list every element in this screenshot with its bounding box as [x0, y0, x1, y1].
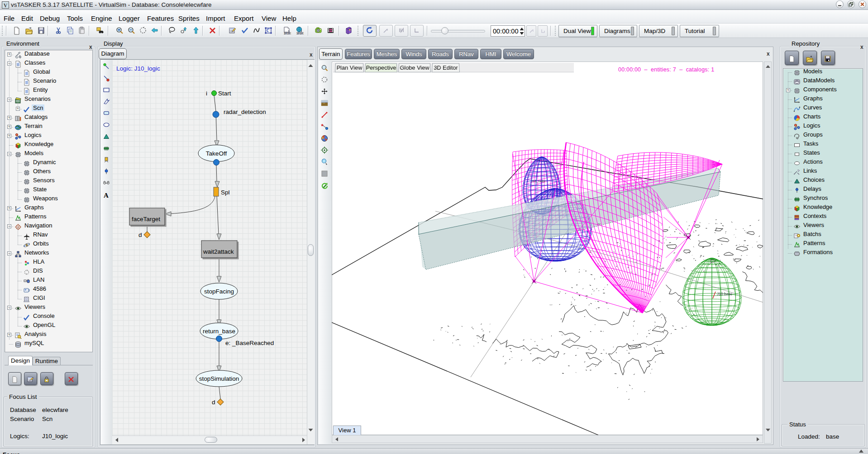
svg-text:d: d: [138, 232, 142, 238]
svg-text:TakeOff: TakeOff: [206, 150, 227, 157]
svg-text:wait2attack: wait2attack: [203, 248, 234, 255]
svg-text:d: d: [212, 399, 215, 406]
svg-text:V: V: [4, 2, 8, 9]
svg-text:A: A: [104, 192, 109, 199]
svg-text:Spl: Spl: [221, 189, 230, 196]
svg-text:i: i: [206, 90, 207, 97]
svg-text:stopFacing: stopFacing: [204, 288, 234, 295]
svg-text:10101: 10101: [296, 32, 304, 35]
svg-text:e: _BaseReached: e: _BaseReached: [225, 340, 274, 346]
svg-text:Logic: J10_logic: Logic: J10_logic: [116, 65, 160, 72]
svg-text:radar_detection: radar_detection: [224, 109, 266, 115]
svg-text:stopSimulation: stopSimulation: [199, 375, 239, 382]
svg-text:return_base: return_base: [203, 328, 235, 335]
svg-text:10101: 10101: [284, 32, 291, 35]
svg-text:faceTarget: faceTarget: [132, 216, 160, 222]
svg-text:J10 base: J10 base: [717, 292, 733, 296]
svg-text:J10_radar: J10_radar: [531, 180, 546, 183]
svg-text:Start: Start: [218, 90, 231, 97]
